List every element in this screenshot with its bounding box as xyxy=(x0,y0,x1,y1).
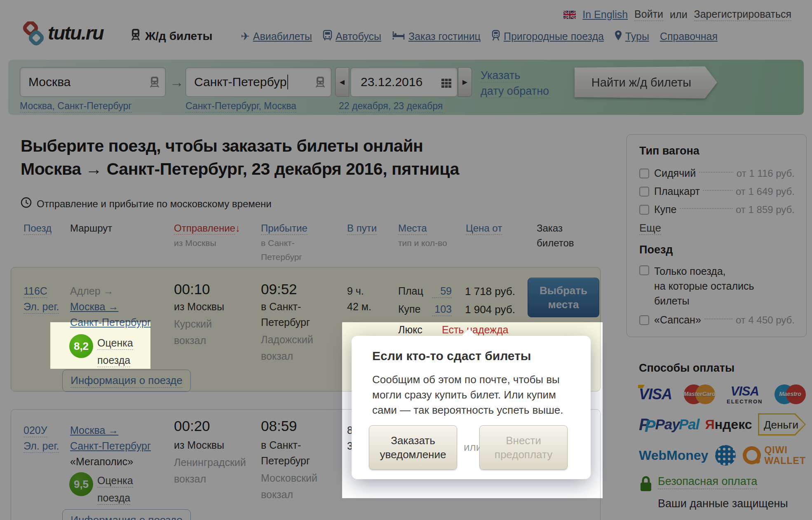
overlay-lower-right xyxy=(603,369,812,498)
overlay-top xyxy=(0,0,812,322)
popup-title: Если кто-то сдаст билеты xyxy=(372,349,531,363)
seat-type-lux: Люкс xyxy=(398,324,422,336)
overlay-bottom xyxy=(0,498,812,520)
overlay-mid-left xyxy=(0,322,50,369)
train-rating-badge[interactable]: 8,2 xyxy=(69,334,93,358)
overlay-mid-right xyxy=(603,322,812,369)
overlay-lower-left xyxy=(0,369,342,498)
rating-label-line2[interactable]: поезда xyxy=(97,354,130,367)
popup-body: Сообщим об этом по почте, чтобы вы могли… xyxy=(372,372,575,418)
hope-popup: Если кто-то сдаст билеты Сообщим об этом… xyxy=(352,336,591,479)
order-notification-button[interactable]: Заказать уведомление xyxy=(369,425,457,470)
rating-label-line1[interactable]: Оценка xyxy=(97,337,133,350)
prepay-button-disabled[interactable]: Внести предоплату xyxy=(479,425,568,470)
overlay-mid-center xyxy=(150,322,342,369)
